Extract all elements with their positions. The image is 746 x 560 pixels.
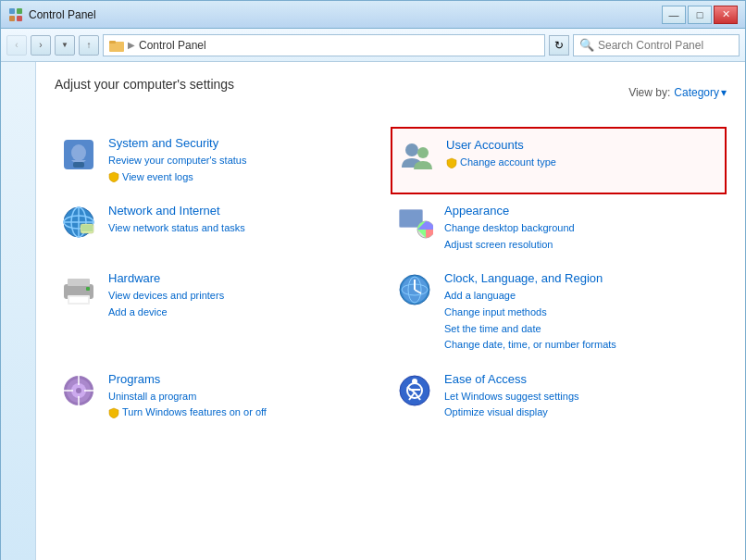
uninstall-link[interactable]: Uninstall a program (108, 389, 385, 405)
visual-display-link[interactable]: Optimize visual display (444, 404, 721, 421)
shield-icon (108, 407, 119, 418)
svg-point-35 (76, 388, 81, 393)
dropdown-icon: ▼ (61, 41, 68, 49)
set-time-link[interactable]: Set the time and date (444, 321, 721, 338)
shield-icon (446, 157, 457, 168)
view-by-label: View by: (628, 86, 670, 99)
category-hardware: Hardware View devices and printers Add a… (55, 262, 391, 362)
forward-icon: › (39, 40, 42, 50)
review-status-link[interactable]: Review your computer's status (108, 153, 385, 169)
left-nav (1, 62, 36, 560)
refresh-button[interactable]: ↻ (549, 35, 569, 56)
maximize-button[interactable]: □ (688, 6, 712, 24)
categories-grid: System and Security Review your computer… (55, 127, 727, 430)
breadcrumb-arrow: ▶ (128, 40, 135, 50)
app-icon (8, 7, 23, 22)
network-content: Network and Internet View network status… (108, 204, 385, 237)
appearance-title[interactable]: Appearance (444, 204, 721, 218)
forward-button[interactable]: › (31, 35, 51, 56)
clock-language-title[interactable]: Clock, Language, and Region (444, 271, 721, 285)
hardware-content: Hardware View devices and printers Add a… (108, 271, 385, 320)
clock-language-content: Clock, Language, and Region Add a langua… (444, 271, 721, 353)
address-field[interactable]: ▶ Control Panel (103, 34, 545, 56)
folder-icon (109, 39, 124, 52)
view-by-value[interactable]: Category ▾ (674, 86, 727, 99)
screen-resolution-link[interactable]: Adjust screen resolution (444, 237, 721, 254)
programs-icon (60, 372, 97, 409)
category-clock-language: Clock, Language, and Region Add a langua… (391, 262, 727, 362)
category-ease-of-access: Ease of Access Let Windows suggest setti… (391, 363, 727, 430)
svg-point-7 (71, 144, 86, 161)
title-bar-controls: — □ ✕ (662, 6, 738, 24)
view-by-control: View by: Category ▾ (628, 86, 727, 99)
svg-rect-0 (9, 8, 15, 14)
appearance-content: Appearance Change desktop background Adj… (444, 204, 721, 253)
shield-icon (108, 171, 119, 182)
user-accounts-icon (398, 138, 435, 175)
hardware-icon (60, 271, 97, 308)
system-security-icon (60, 136, 97, 173)
svg-rect-17 (81, 225, 93, 231)
window-title: Control Panel (29, 8, 96, 21)
refresh-icon: ↻ (554, 39, 564, 52)
windows-features-link[interactable]: Turn Windows features on or off (108, 404, 385, 421)
svg-rect-25 (86, 287, 90, 291)
window: Control Panel — □ ✕ ‹ › ▼ ↑ ▶ Control Pa… (0, 0, 746, 560)
network-title[interactable]: Network and Internet (108, 204, 385, 218)
input-methods-link[interactable]: Change input methods (444, 305, 721, 321)
minimize-button[interactable]: — (662, 6, 686, 24)
title-bar-left: Control Panel (8, 7, 96, 22)
dropdown-button[interactable]: ▼ (55, 35, 75, 56)
view-by-arrow: ▾ (721, 86, 727, 99)
main-area: Adjust your computer's settings View by:… (1, 62, 745, 560)
add-language-link[interactable]: Add a language (444, 288, 721, 305)
system-security-content: System and Security Review your computer… (108, 136, 385, 185)
content-area: Adjust your computer's settings View by:… (36, 62, 745, 560)
clock-icon (396, 271, 433, 308)
address-bar: ‹ › ▼ ↑ ▶ Control Panel ↻ 🔍 (1, 29, 745, 62)
ease-of-access-icon (396, 372, 433, 409)
change-account-type-link[interactable]: Change account type (446, 155, 719, 171)
category-programs: Programs Uninstall a program Turn Window… (55, 363, 391, 430)
close-button[interactable]: ✕ (714, 6, 738, 24)
add-device-link[interactable]: Add a device (108, 305, 385, 321)
svg-rect-19 (400, 210, 422, 227)
date-formats-link[interactable]: Change date, time, or number formats (444, 337, 721, 354)
event-logs-link[interactable]: View event logs (108, 169, 385, 186)
svg-rect-24 (69, 297, 88, 303)
category-user-accounts: User Accounts Change account type (391, 127, 727, 194)
category-system-security: System and Security Review your computer… (55, 127, 391, 194)
suggest-settings-link[interactable]: Let Windows suggest settings (444, 389, 721, 405)
svg-rect-1 (17, 8, 22, 14)
search-input[interactable] (598, 39, 737, 52)
system-security-title[interactable]: System and Security (108, 136, 385, 150)
svg-rect-2 (9, 16, 15, 21)
network-icon (60, 204, 97, 241)
ease-of-access-content: Ease of Access Let Windows suggest setti… (444, 372, 721, 421)
title-bar: Control Panel — □ ✕ (1, 1, 745, 29)
desktop-bg-link[interactable]: Change desktop background (444, 220, 721, 237)
devices-printers-link[interactable]: View devices and printers (108, 288, 385, 305)
appearance-icon (396, 204, 433, 241)
svg-rect-5 (109, 41, 116, 44)
breadcrumb-text: Control Panel (139, 39, 206, 52)
programs-content: Programs Uninstall a program Turn Window… (108, 372, 385, 421)
user-accounts-content: User Accounts Change account type (446, 138, 719, 171)
category-network-internet: Network and Internet View network status… (55, 194, 391, 262)
search-icon: 🔍 (579, 38, 594, 52)
up-icon: ↑ (87, 40, 92, 50)
svg-point-10 (417, 147, 429, 158)
ease-of-access-title[interactable]: Ease of Access (444, 372, 721, 386)
svg-rect-22 (68, 279, 90, 286)
svg-point-9 (405, 143, 418, 156)
user-accounts-title[interactable]: User Accounts (446, 138, 719, 152)
programs-title[interactable]: Programs (108, 372, 385, 386)
svg-rect-3 (17, 16, 22, 21)
svg-rect-8 (73, 162, 84, 168)
up-button[interactable]: ↑ (79, 35, 99, 56)
hardware-title[interactable]: Hardware (108, 271, 385, 285)
search-box[interactable]: 🔍 (573, 34, 740, 56)
back-button[interactable]: ‹ (6, 35, 27, 56)
network-status-link[interactable]: View network status and tasks (108, 220, 385, 237)
page-title: Adjust your computer's settings (55, 77, 234, 92)
